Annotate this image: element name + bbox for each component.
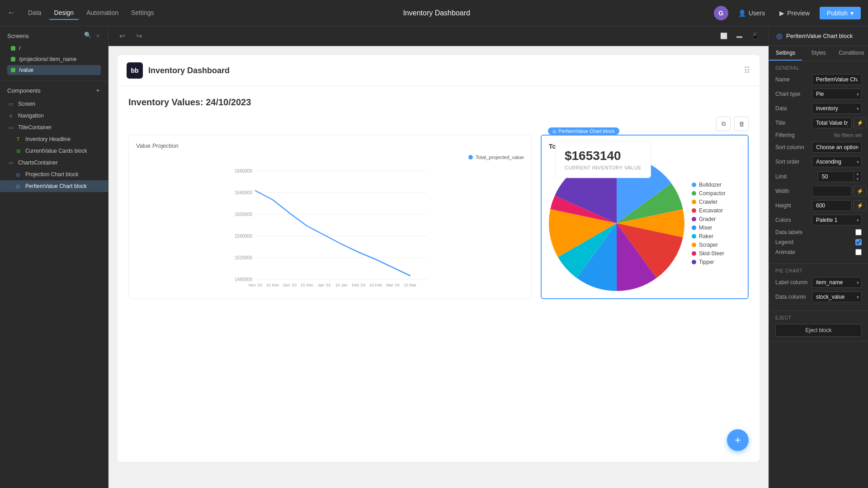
- nav-design[interactable]: Design: [49, 6, 80, 20]
- redo-button[interactable]: ↪: [132, 30, 146, 42]
- comp-charts-container[interactable]: ▭ ChartsContainer: [0, 157, 108, 169]
- colors-select[interactable]: Palette 1: [812, 215, 862, 225]
- eject-block-button[interactable]: Eject block: [775, 324, 862, 337]
- comp-label: CurrentValue Cards block: [25, 148, 87, 154]
- legend-item-compactor: Compactor: [692, 190, 726, 197]
- chart-type-select[interactable]: Pie: [812, 89, 862, 99]
- comp-peritem-chart[interactable]: ◎ PerItemValue Chart block: [0, 180, 108, 192]
- preview-button[interactable]: ▶ Preview: [775, 7, 814, 19]
- undo-button[interactable]: ↩: [116, 30, 129, 42]
- comp-navigation[interactable]: ≡ Navigation: [0, 110, 108, 122]
- svg-text:Nov '23: Nov '23: [249, 283, 262, 287]
- legend-item-grader: Grader: [692, 216, 726, 222]
- animate-checkbox[interactable]: [855, 249, 862, 255]
- current-value-card: $1653140 CURRENT INVENTORY VALUE: [555, 141, 651, 178]
- screen-item-root[interactable]: /: [7, 43, 101, 53]
- title-lightning-button[interactable]: ⚡: [854, 117, 867, 128]
- svg-text:15 Feb: 15 Feb: [369, 283, 382, 287]
- legend-checkbox[interactable]: [855, 239, 862, 245]
- svg-text:1480000: 1480000: [235, 277, 252, 282]
- line-legend: Total_projected_value: [136, 155, 524, 160]
- title-input[interactable]: [812, 117, 852, 128]
- tab-settings[interactable]: Settings: [769, 46, 802, 61]
- nav-automation[interactable]: Automation: [81, 6, 124, 20]
- limit-up[interactable]: ▲: [854, 171, 861, 177]
- legend-label: Mixer: [699, 225, 712, 231]
- canvas-toolbar: ↩ ↪ ⬜ ▬ 📱: [108, 26, 769, 46]
- publish-button[interactable]: Publish ▾: [820, 7, 861, 19]
- width-lightning-button[interactable]: ⚡: [854, 186, 867, 197]
- delete-button[interactable]: 🗑: [734, 117, 749, 131]
- svg-text:Feb '24: Feb '24: [352, 283, 365, 287]
- toolbar-left: ↩ ↪: [116, 30, 146, 42]
- comp-currentvalue-cards[interactable]: ⊞ CurrentValue Cards block: [0, 145, 108, 157]
- svg-text:15 Mar: 15 Mar: [404, 283, 416, 287]
- comp-screen[interactable]: ▭ Screen: [0, 98, 108, 110]
- legend-color: [692, 234, 696, 239]
- back-button[interactable]: ←: [7, 8, 15, 18]
- limit-number-wrap: ▲ ▼: [818, 171, 862, 182]
- legend-item-raker: Raker: [692, 233, 726, 239]
- name-input[interactable]: [812, 74, 862, 85]
- users-button[interactable]: 👤 Users: [734, 7, 770, 19]
- comp-inventory-headline[interactable]: T Inventory Headline: [0, 133, 108, 145]
- comp-projection-chart[interactable]: ◎ Projection Chart block: [0, 169, 108, 180]
- label-column-select[interactable]: item_name: [812, 277, 862, 288]
- height-input[interactable]: [812, 200, 852, 211]
- svg-text:1560000: 1560000: [235, 234, 252, 239]
- height-label: Height: [775, 202, 791, 209]
- chart-icon: ◎: [14, 171, 22, 178]
- desktop-view-button[interactable]: ⬜: [717, 31, 730, 41]
- screen-dot: [11, 57, 15, 61]
- svg-text:1600000: 1600000: [235, 212, 252, 217]
- nav-data[interactable]: Data: [23, 6, 47, 20]
- search-icon[interactable]: 🔍: [84, 32, 91, 40]
- data-select[interactable]: inventory: [812, 103, 862, 114]
- height-lightning-button[interactable]: ⚡: [854, 200, 867, 211]
- sort-column-select[interactable]: Choose an option: [812, 142, 862, 153]
- projection-chart-title: Value Projection: [136, 142, 524, 149]
- data-row: Data inventory: [775, 103, 862, 114]
- line-chart-svg: 1680000 1640000 1600000 1560000 1520000 …: [136, 164, 524, 290]
- chart-type-row: Chart type Pie: [775, 89, 862, 99]
- current-value-label: CURRENT INVENTORY VALUE: [565, 165, 642, 170]
- svg-text:1640000: 1640000: [235, 190, 252, 195]
- value-row: Value Projection Total_projected_value 1…: [128, 135, 749, 299]
- data-column-row: Data column stock_value: [775, 291, 862, 302]
- publish-label: Publish: [827, 9, 848, 17]
- filtering-label: Filtering: [775, 132, 795, 138]
- cards-icon: ⊞: [14, 147, 22, 155]
- tab-styles[interactable]: Styles: [802, 46, 835, 61]
- data-labels-checkbox[interactable]: [855, 229, 862, 235]
- add-screen-icon[interactable]: ＋: [95, 32, 101, 40]
- sort-order-select[interactable]: Ascending: [812, 156, 862, 167]
- limit-down[interactable]: ▼: [854, 177, 861, 182]
- tab-conditions[interactable]: Conditions: [835, 46, 868, 61]
- grid-icon[interactable]: ⠿: [744, 65, 750, 76]
- svg-text:1520000: 1520000: [235, 255, 252, 260]
- legend-row: Legend: [775, 239, 862, 245]
- comp-label: Screen: [18, 101, 35, 107]
- legend-color: [692, 191, 696, 196]
- comp-title-container[interactable]: ▭ TitleContainer: [0, 122, 108, 133]
- height-input-row: ⚡: [812, 200, 862, 211]
- screens-actions: 🔍 ＋: [84, 32, 101, 40]
- mobile-view-button[interactable]: 📱: [749, 31, 761, 41]
- legend-item-tipper: Tipper: [692, 259, 726, 265]
- tablet-view-button[interactable]: ▬: [734, 31, 745, 41]
- colors-row: Colors Palette 1: [775, 215, 862, 225]
- legend-item-bulldozer: Bulldozer: [692, 182, 726, 188]
- screen-item-projections[interactable]: /projections/:item_name: [7, 54, 101, 64]
- limit-input[interactable]: [818, 171, 854, 182]
- legend-dot: [468, 155, 473, 160]
- badge-icon: ◎: [552, 129, 557, 134]
- screen-item-value[interactable]: /value: [7, 65, 101, 75]
- height-row: Height ⚡: [775, 200, 862, 211]
- app-title: Inventory Dashboard: [167, 9, 707, 17]
- add-component-icon[interactable]: ＋: [95, 86, 101, 94]
- data-column-select[interactable]: stock_value: [812, 291, 862, 302]
- fab-button[interactable]: +: [727, 429, 749, 451]
- nav-settings[interactable]: Settings: [126, 6, 160, 20]
- width-input[interactable]: [812, 186, 852, 197]
- copy-button[interactable]: ⧉: [716, 117, 731, 131]
